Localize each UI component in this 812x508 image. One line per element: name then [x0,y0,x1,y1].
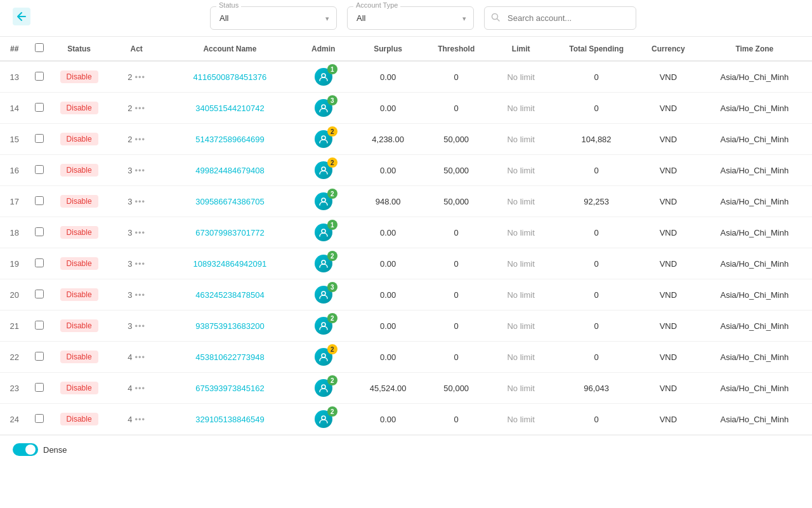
row-admin[interactable]: 2 [294,373,352,404]
admin-icon-wrapper[interactable]: 1 [315,224,332,241]
admin-icon-wrapper[interactable]: 2 [315,130,332,148]
account-name-link[interactable]: 499824484679408 [195,166,264,175]
row-checkbox-cell[interactable] [29,342,50,373]
row-admin[interactable]: 2 [294,124,352,155]
admin-icon-wrapper[interactable]: 3 [315,99,332,117]
row-checkbox-cell[interactable] [29,155,50,186]
act-menu-dots[interactable]: ••• [134,197,145,206]
row-account-name[interactable]: 4116500878451376 [165,61,294,93]
dense-toggle[interactable] [13,443,38,456]
row-act[interactable]: 2 ••• [108,124,166,155]
row-checkbox[interactable] [35,165,44,174]
row-admin[interactable]: 2 [294,186,352,217]
admin-icon-wrapper[interactable]: 2 [315,410,332,428]
admin-icon-wrapper[interactable]: 2 [315,317,332,335]
row-admin[interactable]: 3 [294,93,352,124]
account-name-link[interactable]: 514372589664699 [195,135,264,144]
account-name-link[interactable]: 675393973845162 [195,384,264,393]
row-admin[interactable]: 2 [294,311,352,342]
row-act[interactable]: 3 ••• [108,186,166,217]
row-account-name[interactable]: 673079983701772 [165,217,294,248]
account-name-link[interactable]: 938753913683200 [195,321,264,331]
logo-icon[interactable] [13,8,30,29]
row-checkbox-cell[interactable] [29,124,50,155]
row-admin[interactable]: 2 [294,342,352,373]
row-checkbox[interactable] [35,103,44,112]
act-menu-dots[interactable]: ••• [134,384,145,393]
row-checkbox[interactable] [35,72,44,81]
row-act[interactable]: 4 ••• [108,404,166,435]
row-checkbox[interactable] [35,352,44,361]
row-checkbox-cell[interactable] [29,217,50,248]
row-admin[interactable]: 1 [294,61,352,93]
account-name-link[interactable]: 4116500878451376 [193,72,267,82]
row-checkbox[interactable] [35,290,44,298]
act-menu-dots[interactable]: ••• [134,166,145,175]
row-act[interactable]: 3 ••• [108,155,166,186]
row-act[interactable]: 4 ••• [108,373,166,404]
row-account-name[interactable]: 453810622773948 [165,342,294,373]
row-act[interactable]: 3 ••• [108,279,166,311]
row-act[interactable]: 3 ••• [108,311,166,342]
act-menu-dots[interactable]: ••• [134,72,145,82]
row-admin[interactable]: 2 [294,155,352,186]
admin-icon-wrapper[interactable]: 2 [315,192,332,210]
row-checkbox[interactable] [35,227,44,236]
act-menu-dots[interactable]: ••• [134,415,145,424]
row-checkbox-cell[interactable] [29,311,50,342]
row-account-name[interactable]: 675393973845162 [165,373,294,404]
act-menu-dots[interactable]: ••• [134,321,145,331]
row-checkbox[interactable] [35,414,44,423]
row-act[interactable]: 2 ••• [108,61,166,93]
act-menu-dots[interactable]: ••• [134,135,145,144]
row-act[interactable]: 4 ••• [108,342,166,373]
account-name-link[interactable]: 309586674386705 [195,197,264,206]
row-act[interactable]: 3 ••• [108,217,166,248]
admin-icon-wrapper[interactable]: 2 [315,161,332,179]
row-checkbox-cell[interactable] [29,93,50,124]
row-checkbox[interactable] [35,321,44,330]
admin-icon-wrapper[interactable]: 1 [315,68,332,86]
row-account-name[interactable]: 309586674386705 [165,186,294,217]
account-name-link[interactable]: 1089324864942091 [193,259,267,269]
search-input[interactable] [484,6,636,30]
row-checkbox[interactable] [35,196,44,205]
col-checkbox[interactable] [29,37,50,61]
row-account-name[interactable]: 1089324864942091 [165,248,294,279]
row-account-name[interactable]: 514372589664699 [165,124,294,155]
account-name-link[interactable]: 463245238478504 [195,290,264,300]
act-menu-dots[interactable]: ••• [134,259,145,269]
admin-icon-wrapper[interactable]: 2 [315,255,332,272]
row-checkbox-cell[interactable] [29,404,50,435]
row-account-name[interactable]: 938753913683200 [165,311,294,342]
admin-icon-wrapper[interactable]: 2 [315,379,332,397]
row-checkbox-cell[interactable] [29,373,50,404]
row-account-name[interactable]: 499824484679408 [165,155,294,186]
admin-icon-wrapper[interactable]: 2 [315,348,332,366]
row-admin[interactable]: 2 [294,404,352,435]
row-admin[interactable]: 3 [294,279,352,311]
act-menu-dots[interactable]: ••• [134,228,145,237]
act-menu-dots[interactable]: ••• [134,104,145,113]
act-menu-dots[interactable]: ••• [134,290,145,300]
admin-icon-wrapper[interactable]: 3 [315,286,332,304]
row-account-name[interactable]: 463245238478504 [165,279,294,311]
select-all-checkbox[interactable] [35,43,44,52]
row-checkbox-cell[interactable] [29,186,50,217]
row-checkbox-cell[interactable] [29,61,50,93]
row-act[interactable]: 2 ••• [108,93,166,124]
account-name-link[interactable]: 673079983701772 [195,228,264,237]
account-name-link[interactable]: 340551544210742 [195,104,264,113]
act-menu-dots[interactable]: ••• [134,352,145,362]
account-type-select[interactable]: All Standard Premium [347,6,474,30]
row-checkbox-cell[interactable] [29,279,50,311]
row-admin[interactable]: 2 [294,248,352,279]
row-admin[interactable]: 1 [294,217,352,248]
account-name-link[interactable]: 453810622773948 [195,352,264,362]
row-account-name[interactable]: 340551544210742 [165,93,294,124]
row-checkbox[interactable] [35,134,44,143]
account-name-link[interactable]: 329105138846549 [195,415,264,424]
status-select[interactable]: All Active Disable [210,6,337,30]
row-checkbox-cell[interactable] [29,248,50,279]
row-act[interactable]: 3 ••• [108,248,166,279]
